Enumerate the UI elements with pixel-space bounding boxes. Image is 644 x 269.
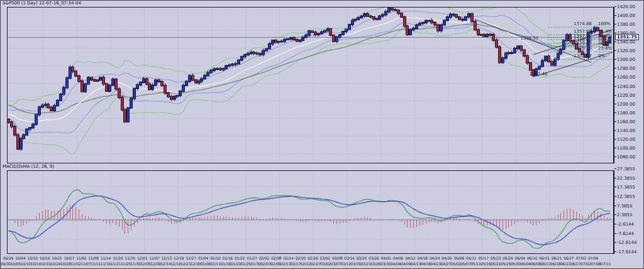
date-tick-label: 04/23	[431, 261, 441, 266]
date-tick-label: 11/30	[131, 261, 141, 266]
price-tick-label: 1400.00	[617, 13, 635, 18]
date-axis-row-2[interactable]: 09/3010/0510/1010/1410/1910/2410/2811/02…	[1, 261, 644, 266]
swing-annotation: 1330.37	[520, 36, 538, 41]
date-tick-label: 09/29	[3, 255, 13, 261]
macd-title: MACD/OsMA (12, 26, 9)	[3, 164, 54, 170]
date-tick-label: 02/08	[270, 261, 280, 266]
date-tick-label: 02/08	[271, 255, 281, 261]
date-tick-label: 04/04	[391, 261, 401, 266]
date-tick-label: 12/13	[162, 255, 172, 261]
price-pane	[7, 7, 614, 163]
date-tick-label: 11/08	[88, 255, 98, 261]
date-tick-label: 06/21	[552, 255, 562, 261]
macd-chart-canvas[interactable]	[8, 171, 613, 253]
date-tick-label: 11/07	[80, 261, 91, 266]
price-axis[interactable]: 1420.001400.001380.001360.001340.001320.…	[614, 1, 644, 269]
date-tick-label: 11/25	[121, 261, 131, 266]
macd-tick-label: 12.3855	[617, 194, 635, 199]
macd-tick-label: 22.3855	[617, 176, 635, 181]
date-tick-label: 12/09	[150, 261, 160, 266]
date-tick-label: 09/30	[1, 261, 11, 266]
swing-annotation: 1262.46	[529, 72, 547, 77]
date-tick-label: 10/14	[31, 261, 41, 266]
date-tick-label: 04/27	[440, 261, 450, 266]
date-tick-label: 11/02	[76, 255, 86, 261]
macd-pane	[7, 170, 614, 254]
date-tick-label: 02/26	[308, 255, 318, 261]
date-tick-label: 12/19	[174, 255, 184, 261]
price-tick-label: 1220.00	[617, 93, 635, 98]
macd-tick-label: -2.6144	[617, 222, 634, 227]
date-tick-label: 11/20	[113, 255, 123, 261]
date-tick-label: 03/14	[344, 255, 354, 261]
date-tick-label: 01/16	[221, 261, 231, 266]
date-tick-label: 01/30	[250, 261, 260, 266]
date-tick-label: 12/01	[137, 255, 147, 261]
fib-pct-label: 0%	[598, 53, 605, 58]
date-tick-label: 12/14	[160, 261, 170, 266]
price-tick-label: 1300.00	[617, 57, 635, 62]
date-tick-label: 05/29	[502, 255, 513, 261]
date-tick-label: 01/11	[211, 261, 221, 266]
macd-tick-label: 17.3855	[617, 185, 635, 190]
date-tick-label: 12/19	[170, 261, 180, 266]
date-tick-label: 07/08	[591, 261, 601, 266]
chart-window: S&P500 (1 Day) 12-07-16_07-34-04 MACD/Os…	[0, 0, 644, 269]
date-tick-label: 04/09	[401, 261, 411, 266]
price-chart-canvas[interactable]	[8, 8, 613, 162]
date-tick-label: 04/24	[430, 255, 440, 261]
date-tick-label: 02/20	[296, 255, 306, 261]
date-tick-label: 06/13	[540, 261, 550, 266]
price-tick-label: 1180.00	[617, 111, 635, 116]
date-tick-label: 05/16	[480, 261, 491, 266]
date-tick-label: 03/16	[350, 261, 360, 266]
date-tick-label: 02/13	[280, 261, 291, 266]
date-tick-label: 02/03	[260, 261, 270, 266]
date-tick-label: 11/25	[125, 255, 135, 261]
date-tick-label: 01/06	[201, 261, 211, 266]
price-tick-label: 1120.00	[617, 137, 635, 142]
date-tick-label: 05/06	[454, 255, 464, 261]
price-tick-label: 1380.00	[617, 22, 635, 27]
date-tick-label: 01/27	[247, 255, 257, 261]
date-tick-label: 12/23	[180, 261, 191, 266]
date-tick-label: 03/26	[370, 261, 380, 266]
date-tick-label: 11/11	[91, 261, 101, 266]
date-tick-label: 07/09	[588, 255, 598, 261]
date-tick-label: 04/18	[421, 261, 431, 266]
date-tick-label: 02/14	[283, 255, 293, 261]
date-tick-label: 10/27	[64, 255, 74, 261]
date-tick-label: 06/15	[539, 255, 549, 261]
date-axis-row-1[interactable]: 09/2910/0410/1010/1610/2110/2711/0211/08…	[1, 255, 644, 261]
date-tick-label: 03/21	[360, 261, 370, 266]
date-tick-label: 05/21	[491, 261, 501, 266]
date-tick-label: 06/10	[527, 255, 537, 261]
date-tick-label: 03/30	[380, 261, 391, 266]
fib-price-label: 1302.07	[574, 53, 592, 58]
date-tick-label: 04/01	[380, 255, 391, 261]
macd-tick-label: -17.6144	[617, 250, 636, 255]
date-tick-label: 05/25	[501, 261, 511, 266]
date-tick-label: 05/11	[466, 255, 476, 261]
date-tick-label: 06/04	[521, 261, 531, 266]
fib-price-label: 1319.25	[574, 46, 592, 51]
date-tick-label: 05/11	[470, 261, 480, 266]
date-tick-label: 05/17	[478, 255, 488, 261]
date-tick-label: 01/25	[240, 261, 250, 266]
date-tick-label: 07/02	[580, 261, 591, 266]
date-tick-label: 12/07	[149, 255, 159, 261]
fib-price-label: 1374.88	[574, 21, 592, 26]
date-tick-label: 11/16	[101, 261, 111, 266]
date-tick-label: 12/27	[186, 255, 196, 261]
date-tick-label: 03/08	[332, 255, 342, 261]
macd-tick-label: -7.6144	[617, 231, 634, 236]
price-tick-label: 1280.00	[617, 66, 635, 71]
price-tick-label: 1100.00	[617, 146, 635, 151]
price-tick-label: 1140.00	[617, 128, 635, 133]
date-tick-label: 06/22	[560, 261, 570, 266]
date-tick-label: 05/30	[511, 261, 521, 266]
date-tick-label: 03/07	[331, 261, 341, 266]
date-tick-label: 03/12	[340, 261, 350, 266]
date-tick-label: 02/22	[301, 261, 311, 266]
price-tick-label: 1200.00	[617, 102, 635, 107]
